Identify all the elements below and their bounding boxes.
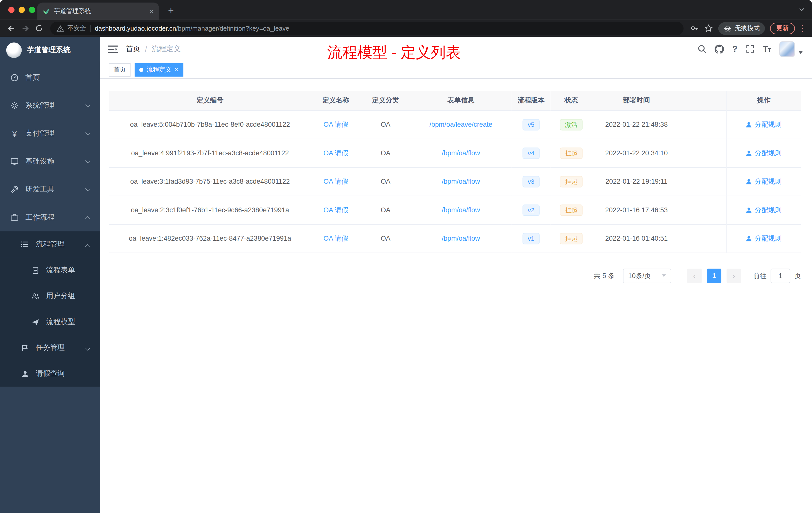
browser-toolbar: 不安全 dashboard.yudao.iocoder.cn/bpm/manag… (0, 20, 812, 37)
sidebar-item-dev-tools[interactable]: 研发工具 (0, 175, 100, 203)
page-size-select[interactable]: 10条/页 (623, 268, 671, 283)
incognito-spy-icon (723, 24, 732, 32)
search-icon[interactable] (698, 44, 706, 53)
window-minimize-button[interactable] (19, 7, 25, 13)
chevron-up-icon (85, 244, 90, 249)
avatar[interactable] (779, 41, 795, 57)
update-button[interactable]: 更新 (770, 23, 795, 34)
sidebar-item-workflow[interactable]: 工作流程 (0, 204, 100, 232)
sidebar-item-process-form[interactable]: 流程表单 (0, 257, 100, 283)
workflow-submenu: 流程管理 流程表单 用户分组 流程模型 (0, 232, 100, 387)
tag-home[interactable]: 首页 (109, 63, 130, 77)
user-icon (746, 150, 752, 156)
sidebar-item-process-model[interactable]: 流程模型 (0, 309, 100, 335)
tag-process-definition[interactable]: 流程定义 × (135, 63, 183, 77)
password-key-icon[interactable] (688, 21, 702, 35)
assign-rule-link[interactable]: 分配规则 (746, 234, 782, 243)
sidebar-item-label: 流程管理 (36, 240, 65, 249)
address-bar[interactable]: 不安全 dashboard.yudao.iocoder.cn/bpm/manag… (50, 22, 684, 35)
forward-button[interactable] (18, 21, 32, 35)
page-1-button[interactable]: 1 (707, 268, 721, 283)
sidebar-item-payment-management[interactable]: ¥ 支付管理 (0, 119, 100, 147)
assign-rule-link[interactable]: 分配规则 (746, 148, 782, 158)
chevron-down-icon (85, 158, 90, 163)
col-status: 状态 (550, 91, 592, 110)
security-label: 不安全 (67, 24, 86, 33)
main-area: 首页 / 流程定义 流程模型 - 定义列表 ? (100, 37, 812, 513)
col-process-version: 流程版本 (512, 91, 551, 110)
sidebar-item-label: 研发工具 (25, 185, 55, 194)
tab-title: 芋道管理系统 (54, 7, 145, 16)
goto-page-input[interactable] (771, 268, 790, 283)
sidebar-toggle-icon[interactable] (100, 45, 126, 53)
sidebar-item-system-management[interactable]: 系统管理 (0, 92, 100, 119)
reload-button[interactable] (32, 21, 46, 35)
col-form-info: 表单信息 (410, 91, 512, 110)
sidebar-item-label: 流程模型 (46, 317, 75, 327)
col-filler (681, 91, 726, 110)
yen-icon: ¥ (10, 129, 19, 138)
col-definition-id: 定义编号 (109, 91, 311, 110)
breadcrumb-home[interactable]: 首页 (126, 44, 140, 54)
back-button[interactable] (4, 21, 18, 35)
definition-category: OA (381, 234, 390, 242)
tab-favicon-icon (42, 7, 50, 15)
form-info-link[interactable]: /bpm/oa/flow (442, 206, 480, 214)
deploy-time: 2022-01-22 21:48:38 (605, 121, 668, 128)
definition-name-link[interactable]: OA 请假 (323, 149, 348, 157)
security-warning-icon[interactable] (57, 25, 64, 32)
sidebar-item-infrastructure[interactable]: 基础设施 (0, 148, 100, 175)
tag-active-dot (139, 67, 144, 72)
sidebar-item-process-management[interactable]: 流程管理 (0, 232, 100, 257)
tab-search-chevron-icon[interactable] (799, 7, 805, 12)
browser-tab[interactable]: 芋道管理系统 × (37, 2, 159, 20)
chevron-up-icon (85, 216, 90, 221)
assign-rule-link[interactable]: 分配规则 (746, 120, 782, 129)
form-info-link[interactable]: /bpm/oa/leave/create (429, 121, 492, 128)
fullscreen-icon[interactable] (746, 44, 754, 53)
window-zoom-button[interactable] (29, 7, 35, 13)
col-actions: 操作 (726, 91, 801, 110)
help-icon[interactable]: ? (732, 44, 737, 54)
definition-name-link[interactable]: OA 请假 (323, 120, 348, 128)
assign-rule-link[interactable]: 分配规则 (746, 177, 782, 186)
form-info-link[interactable]: /bpm/oa/flow (442, 149, 480, 157)
definition-id: oa_leave:5:004b710b-7b8a-11ec-8ef0-acde4… (130, 121, 290, 128)
definition-name-link[interactable]: OA 请假 (323, 177, 348, 185)
form-info-link[interactable]: /bpm/oa/flow (442, 234, 480, 242)
bookmark-star-icon[interactable] (702, 21, 716, 35)
sidebar-item-task-management[interactable]: 任务管理 (0, 335, 100, 361)
deploy-time: 2022-01-16 17:46:53 (605, 206, 668, 214)
assign-rule-link[interactable]: 分配规则 (746, 205, 782, 215)
deploy-time: 2022-01-22 20:34:10 (605, 149, 668, 157)
chevron-down-icon (662, 274, 666, 277)
user-avatar-menu[interactable] (779, 41, 803, 57)
sidebar-item-leave-query[interactable]: 请假查询 (0, 361, 100, 387)
page-content: 定义编号 定义名称 定义分类 表单信息 流程版本 状态 部署时间 操作 (100, 79, 812, 513)
sidebar-item-user-group[interactable]: 用户分组 (0, 283, 100, 309)
new-tab-button[interactable]: + (165, 4, 177, 17)
browser-menu-icon[interactable]: ⋮ (798, 23, 808, 33)
sidebar-item-home[interactable]: 首页 (0, 64, 100, 92)
table-row: oa_leave:1:482ec033-762a-11ec-8477-a2380… (109, 224, 801, 252)
definition-name-link[interactable]: OA 请假 (323, 206, 348, 214)
definition-name-link[interactable]: OA 请假 (323, 234, 348, 242)
assign-rule-label: 分配规则 (755, 205, 782, 215)
form-info-link[interactable]: /bpm/oa/flow (442, 177, 480, 185)
users-icon (31, 292, 39, 300)
send-icon (31, 318, 39, 326)
tag-close-icon[interactable]: × (174, 66, 178, 73)
tab-close-icon[interactable]: × (149, 7, 154, 15)
next-page-button[interactable]: › (727, 268, 741, 283)
prev-page-button[interactable]: ‹ (687, 268, 702, 283)
definition-table: 定义编号 定义名称 定义分类 表单信息 流程版本 状态 部署时间 操作 (109, 91, 801, 253)
window-close-button[interactable] (8, 7, 14, 13)
pagination: 共 5 条 10条/页 ‹ 1 › 前往 页 (109, 268, 801, 283)
definition-id: oa_leave:3:1fad3d93-7b75-11ec-a3c8-acde4… (130, 177, 290, 185)
logo-avatar (6, 42, 22, 58)
font-size-icon[interactable]: TT (763, 45, 771, 53)
status-tag: 挂起 (560, 233, 583, 244)
col-deploy-time: 部署时间 (592, 91, 681, 110)
github-icon[interactable] (715, 44, 724, 54)
assign-rule-label: 分配规则 (755, 177, 782, 186)
